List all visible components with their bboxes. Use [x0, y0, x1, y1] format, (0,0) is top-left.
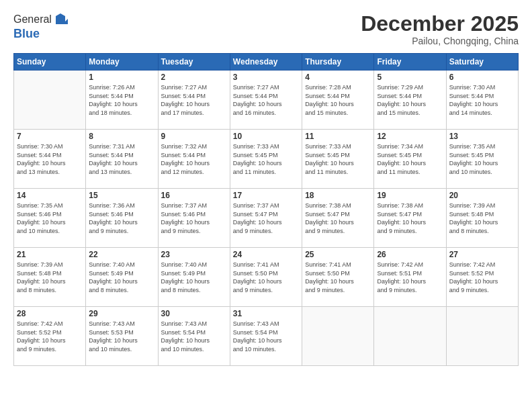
- day-info: Sunrise: 7:37 AM Sunset: 5:47 PM Dayligh…: [233, 201, 299, 235]
- table-row: [14, 71, 86, 130]
- day-info: Sunrise: 7:35 AM Sunset: 5:45 PM Dayligh…: [449, 142, 515, 176]
- table-row: 24Sunrise: 7:41 AM Sunset: 5:50 PM Dayli…: [230, 248, 302, 307]
- table-row: 28Sunrise: 7:42 AM Sunset: 5:52 PM Dayli…: [14, 307, 86, 366]
- day-info: Sunrise: 7:37 AM Sunset: 5:46 PM Dayligh…: [161, 201, 227, 235]
- table-row: 10Sunrise: 7:33 AM Sunset: 5:45 PM Dayli…: [230, 130, 302, 189]
- table-row: 4Sunrise: 7:28 AM Sunset: 5:44 PM Daylig…: [302, 71, 374, 130]
- header-tuesday: Tuesday: [158, 54, 230, 71]
- svg-marker-0: [56, 13, 65, 24]
- day-info: Sunrise: 7:30 AM Sunset: 5:44 PM Dayligh…: [17, 142, 83, 176]
- table-row: 3Sunrise: 7:27 AM Sunset: 5:44 PM Daylig…: [230, 71, 302, 130]
- table-row: 7Sunrise: 7:30 AM Sunset: 5:44 PM Daylig…: [14, 130, 86, 189]
- table-row: 17Sunrise: 7:37 AM Sunset: 5:47 PM Dayli…: [230, 189, 302, 248]
- header-sunday: Sunday: [14, 54, 86, 71]
- day-number: 19: [377, 191, 443, 200]
- day-info: Sunrise: 7:41 AM Sunset: 5:50 PM Dayligh…: [305, 261, 371, 294]
- day-info: Sunrise: 7:42 AM Sunset: 5:51 PM Dayligh…: [377, 261, 443, 294]
- day-number: 4: [305, 73, 371, 82]
- table-row: 1Sunrise: 7:26 AM Sunset: 5:44 PM Daylig…: [86, 71, 158, 130]
- day-info: Sunrise: 7:32 AM Sunset: 5:44 PM Dayligh…: [161, 142, 227, 176]
- day-number: 22: [89, 250, 154, 259]
- calendar-header: Sunday Monday Tuesday Wednesday Thursday…: [14, 54, 519, 71]
- day-info: Sunrise: 7:27 AM Sunset: 5:44 PM Dayligh…: [161, 83, 227, 117]
- day-info: Sunrise: 7:38 AM Sunset: 5:47 PM Dayligh…: [377, 201, 443, 235]
- day-number: 10: [233, 132, 299, 141]
- table-row: 26Sunrise: 7:42 AM Sunset: 5:51 PM Dayli…: [374, 248, 446, 307]
- day-info: Sunrise: 7:31 AM Sunset: 5:44 PM Dayligh…: [89, 142, 154, 176]
- day-number: 9: [161, 132, 227, 141]
- day-info: Sunrise: 7:42 AM Sunset: 5:52 PM Dayligh…: [17, 320, 83, 353]
- day-info: Sunrise: 7:29 AM Sunset: 5:44 PM Dayligh…: [377, 83, 443, 117]
- day-number: 31: [233, 309, 299, 318]
- day-info: Sunrise: 7:33 AM Sunset: 5:45 PM Dayligh…: [233, 142, 299, 176]
- day-info: Sunrise: 7:28 AM Sunset: 5:44 PM Dayligh…: [305, 83, 371, 117]
- calendar-subtitle: Pailou, Chongqing, China: [361, 36, 519, 46]
- day-info: Sunrise: 7:43 AM Sunset: 5:54 PM Dayligh…: [233, 320, 299, 353]
- day-info: Sunrise: 7:41 AM Sunset: 5:50 PM Dayligh…: [233, 261, 299, 294]
- table-row: 22Sunrise: 7:40 AM Sunset: 5:49 PM Dayli…: [86, 248, 158, 307]
- day-number: 11: [305, 132, 371, 141]
- logo: General Blue: [13, 12, 68, 41]
- table-row: 19Sunrise: 7:38 AM Sunset: 5:47 PM Dayli…: [374, 189, 446, 248]
- logo-blue-text: Blue: [13, 27, 68, 41]
- header-friday: Friday: [374, 54, 446, 71]
- table-row: 15Sunrise: 7:36 AM Sunset: 5:46 PM Dayli…: [86, 189, 158, 248]
- day-info: Sunrise: 7:39 AM Sunset: 5:48 PM Dayligh…: [449, 201, 515, 235]
- day-number: 1: [89, 73, 154, 82]
- day-info: Sunrise: 7:43 AM Sunset: 5:53 PM Dayligh…: [89, 320, 154, 353]
- day-info: Sunrise: 7:35 AM Sunset: 5:46 PM Dayligh…: [17, 201, 83, 235]
- day-number: 6: [449, 73, 515, 82]
- day-number: 18: [305, 191, 371, 200]
- day-number: 2: [161, 73, 227, 82]
- day-info: Sunrise: 7:34 AM Sunset: 5:45 PM Dayligh…: [377, 142, 443, 176]
- day-info: Sunrise: 7:40 AM Sunset: 5:49 PM Dayligh…: [161, 261, 227, 294]
- day-number: 26: [377, 250, 443, 259]
- day-number: 14: [17, 191, 83, 200]
- table-row: 9Sunrise: 7:32 AM Sunset: 5:44 PM Daylig…: [158, 130, 230, 189]
- day-info: Sunrise: 7:40 AM Sunset: 5:49 PM Dayligh…: [89, 261, 154, 294]
- table-row: 21Sunrise: 7:39 AM Sunset: 5:48 PM Dayli…: [14, 248, 86, 307]
- table-row: 12Sunrise: 7:34 AM Sunset: 5:45 PM Dayli…: [374, 130, 446, 189]
- day-number: 3: [233, 73, 299, 82]
- table-row: 31Sunrise: 7:43 AM Sunset: 5:54 PM Dayli…: [230, 307, 302, 366]
- table-row: 20Sunrise: 7:39 AM Sunset: 5:48 PM Dayli…: [446, 189, 518, 248]
- day-info: Sunrise: 7:33 AM Sunset: 5:45 PM Dayligh…: [305, 142, 371, 176]
- table-row: 14Sunrise: 7:35 AM Sunset: 5:46 PM Dayli…: [14, 189, 86, 248]
- day-number: 16: [161, 191, 227, 200]
- table-row: 29Sunrise: 7:43 AM Sunset: 5:53 PM Dayli…: [86, 307, 158, 366]
- day-info: Sunrise: 7:36 AM Sunset: 5:46 PM Dayligh…: [89, 201, 154, 235]
- day-number: 13: [449, 132, 515, 141]
- header: General Blue December 2025 Pailou, Chong…: [13, 12, 519, 46]
- table-row: 8Sunrise: 7:31 AM Sunset: 5:44 PM Daylig…: [86, 130, 158, 189]
- calendar-table: Sunday Monday Tuesday Wednesday Thursday…: [13, 53, 519, 366]
- logo-icon: [53, 12, 68, 27]
- weekday-header-row: Sunday Monday Tuesday Wednesday Thursday…: [14, 54, 519, 71]
- calendar-title: December 2025: [361, 12, 519, 36]
- day-number: 21: [17, 250, 83, 259]
- table-row: 18Sunrise: 7:38 AM Sunset: 5:47 PM Dayli…: [302, 189, 374, 248]
- day-info: Sunrise: 7:43 AM Sunset: 5:54 PM Dayligh…: [161, 320, 227, 353]
- header-wednesday: Wednesday: [230, 54, 302, 71]
- day-number: 20: [449, 191, 515, 200]
- day-info: Sunrise: 7:30 AM Sunset: 5:44 PM Dayligh…: [449, 83, 515, 117]
- page: General Blue December 2025 Pailou, Chong…: [0, 0, 532, 411]
- day-number: 29: [89, 309, 154, 318]
- table-row: 27Sunrise: 7:42 AM Sunset: 5:52 PM Dayli…: [446, 248, 518, 307]
- day-number: 28: [17, 309, 83, 318]
- header-thursday: Thursday: [302, 54, 374, 71]
- day-number: 5: [377, 73, 443, 82]
- calendar-body: 1Sunrise: 7:26 AM Sunset: 5:44 PM Daylig…: [14, 71, 519, 366]
- day-info: Sunrise: 7:27 AM Sunset: 5:44 PM Dayligh…: [233, 83, 299, 117]
- table-row: 5Sunrise: 7:29 AM Sunset: 5:44 PM Daylig…: [374, 71, 446, 130]
- table-row: [302, 307, 374, 366]
- header-saturday: Saturday: [446, 54, 518, 71]
- header-monday: Monday: [86, 54, 158, 71]
- day-number: 12: [377, 132, 443, 141]
- day-number: 8: [89, 132, 154, 141]
- table-row: [446, 307, 518, 366]
- logo-general-text: General: [13, 13, 52, 26]
- table-row: 16Sunrise: 7:37 AM Sunset: 5:46 PM Dayli…: [158, 189, 230, 248]
- day-number: 24: [233, 250, 299, 259]
- table-row: 30Sunrise: 7:43 AM Sunset: 5:54 PM Dayli…: [158, 307, 230, 366]
- table-row: 2Sunrise: 7:27 AM Sunset: 5:44 PM Daylig…: [158, 71, 230, 130]
